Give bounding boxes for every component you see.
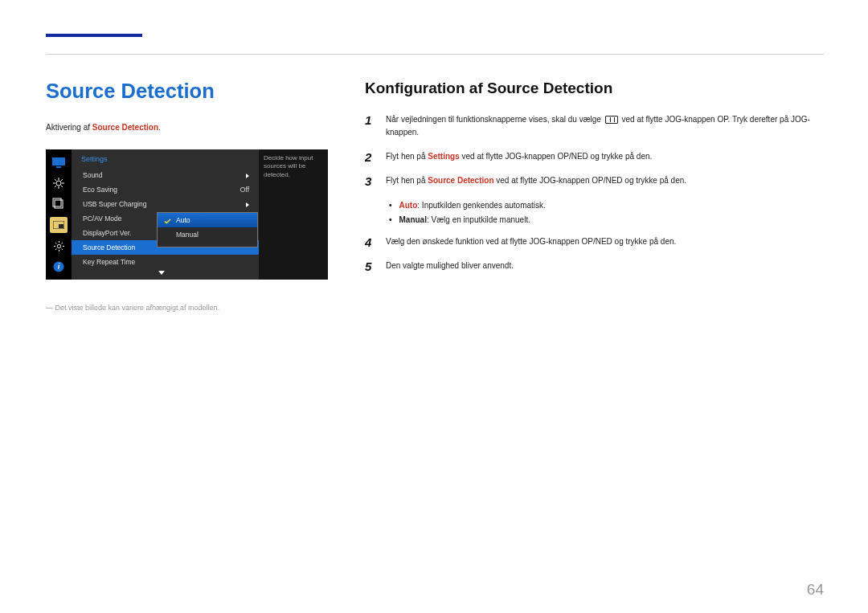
page-number: 64 — [807, 581, 824, 599]
chevron-right-icon — [246, 202, 249, 207]
menu-icon — [605, 116, 618, 124]
step-5: 5 Den valgte mulighed bliver anvendt. — [365, 260, 821, 272]
osd-row-sound: Sound — [72, 168, 259, 182]
step-number: 4 — [365, 235, 375, 248]
section-title: Konfiguration af Source Detection — [365, 80, 821, 97]
step-number: 1 — [365, 113, 375, 126]
osd-row-eco: Eco SavingOff — [72, 182, 259, 197]
osd-submenu: Auto Manual — [157, 212, 258, 247]
page-title: Source Detection — [46, 80, 215, 103]
step-number: 5 — [365, 260, 375, 272]
step-number: 3 — [365, 174, 375, 187]
osd-panel-title: Settings — [72, 149, 259, 168]
step-1: 1 Når vejledningen til funktionsknappern… — [365, 113, 821, 139]
header-accent-bar — [46, 34, 142, 37]
step-text: Flyt hen på Source Detection ved at flyt… — [386, 174, 686, 187]
options-icon — [50, 196, 68, 212]
bullet-manual: Manual: Vælg en inputkilde manuelt. — [389, 213, 821, 227]
svg-point-2 — [56, 181, 61, 186]
monitor-icon — [50, 154, 68, 170]
gear-icon — [50, 238, 68, 254]
svg-rect-0 — [52, 157, 65, 166]
step-number: 2 — [365, 150, 375, 163]
model-variance-note: Det viste billede kan variere afhængigt … — [46, 304, 219, 312]
step-4: 4 Vælg den ønskede funktion ved at flytt… — [365, 235, 821, 248]
subhead-suffix: . — [158, 123, 161, 132]
chevron-right-icon — [246, 174, 249, 178]
chevron-down-icon — [158, 271, 165, 275]
osd-submenu-auto: Auto — [158, 213, 257, 227]
step-text: Vælg den ønskede funktion ved at flytte … — [386, 235, 676, 248]
options-bullets: Auto: Inputkilden genkendes automatisk. … — [389, 198, 821, 227]
svg-rect-6 — [59, 224, 63, 228]
activation-subhead: Aktivering af Source Detection. — [46, 123, 161, 132]
osd-submenu-manual: Manual — [158, 227, 257, 242]
step-3: 3 Flyt hen på Source Detection ved at fl… — [365, 174, 821, 187]
osd-screenshot: i Settings Sound Eco SavingOff USB Super… — [46, 149, 328, 280]
osd-row-usb: USB Super Charging — [72, 197, 259, 211]
svg-point-7 — [57, 244, 60, 247]
svg-rect-1 — [56, 166, 61, 168]
header-divider — [46, 54, 824, 55]
right-column: Konfiguration af Source Detection 1 Når … — [365, 80, 821, 284]
osd-tooltip: Decide how input sources will be detecte… — [259, 149, 328, 280]
picture-settings-icon — [50, 175, 68, 191]
info-icon: i — [50, 259, 68, 275]
subhead-em: Source Detection — [92, 123, 158, 132]
check-icon — [164, 218, 171, 223]
step-2: 2 Flyt hen på Settings ved at flytte JOG… — [365, 150, 821, 163]
pip-icon — [50, 217, 68, 233]
step-text: Når vejledningen til funktionsknapperne … — [386, 113, 821, 139]
osd-row-key-repeat: Key Repeat Time — [72, 255, 259, 269]
bullet-auto: Auto: Inputkilden genkendes automatisk. — [389, 198, 821, 213]
subhead-prefix: Aktivering af — [46, 123, 92, 132]
step-text: Flyt hen på Settings ved at flytte JOG-k… — [386, 150, 652, 163]
step-text: Den valgte mulighed bliver anvendt. — [386, 260, 514, 272]
osd-main-panel: Settings Sound Eco SavingOff USB Super C… — [72, 149, 259, 280]
osd-icon-column: i — [46, 149, 72, 280]
